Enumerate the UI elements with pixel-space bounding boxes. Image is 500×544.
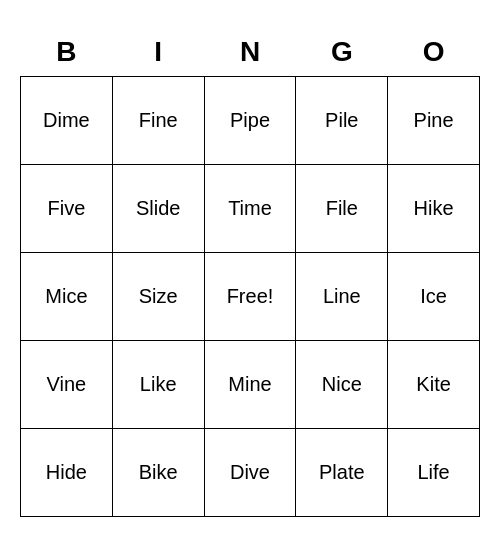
cell-1-0: Five xyxy=(21,164,113,252)
bingo-card: BINGO DimeFinePipePilePineFiveSlideTimeF… xyxy=(20,28,480,517)
header-cell-n: N xyxy=(204,28,296,77)
cell-3-1: Like xyxy=(112,340,204,428)
cell-4-1: Bike xyxy=(112,428,204,516)
header-cell-g: G xyxy=(296,28,388,77)
cell-3-2: Mine xyxy=(204,340,296,428)
cell-2-0: Mice xyxy=(21,252,113,340)
cell-2-3: Line xyxy=(296,252,388,340)
cell-3-4: Kite xyxy=(388,340,480,428)
cell-4-2: Dive xyxy=(204,428,296,516)
cell-3-3: Nice xyxy=(296,340,388,428)
cell-2-4: Ice xyxy=(388,252,480,340)
cell-0-3: Pile xyxy=(296,76,388,164)
cell-4-4: Life xyxy=(388,428,480,516)
table-row: FiveSlideTimeFileHike xyxy=(21,164,480,252)
cell-4-0: Hide xyxy=(21,428,113,516)
table-row: MiceSizeFree!LineIce xyxy=(21,252,480,340)
cell-3-0: Vine xyxy=(21,340,113,428)
cell-2-1: Size xyxy=(112,252,204,340)
header-cell-i: I xyxy=(112,28,204,77)
table-row: DimeFinePipePilePine xyxy=(21,76,480,164)
cell-0-1: Fine xyxy=(112,76,204,164)
cell-0-0: Dime xyxy=(21,76,113,164)
cell-0-4: Pine xyxy=(388,76,480,164)
cell-1-4: Hike xyxy=(388,164,480,252)
table-row: VineLikeMineNiceKite xyxy=(21,340,480,428)
cell-0-2: Pipe xyxy=(204,76,296,164)
cell-4-3: Plate xyxy=(296,428,388,516)
table-row: HideBikeDivePlateLife xyxy=(21,428,480,516)
cell-1-1: Slide xyxy=(112,164,204,252)
cell-1-2: Time xyxy=(204,164,296,252)
header-cell-b: B xyxy=(21,28,113,77)
cell-1-3: File xyxy=(296,164,388,252)
header-row: BINGO xyxy=(21,28,480,77)
header-cell-o: O xyxy=(388,28,480,77)
cell-2-2: Free! xyxy=(204,252,296,340)
